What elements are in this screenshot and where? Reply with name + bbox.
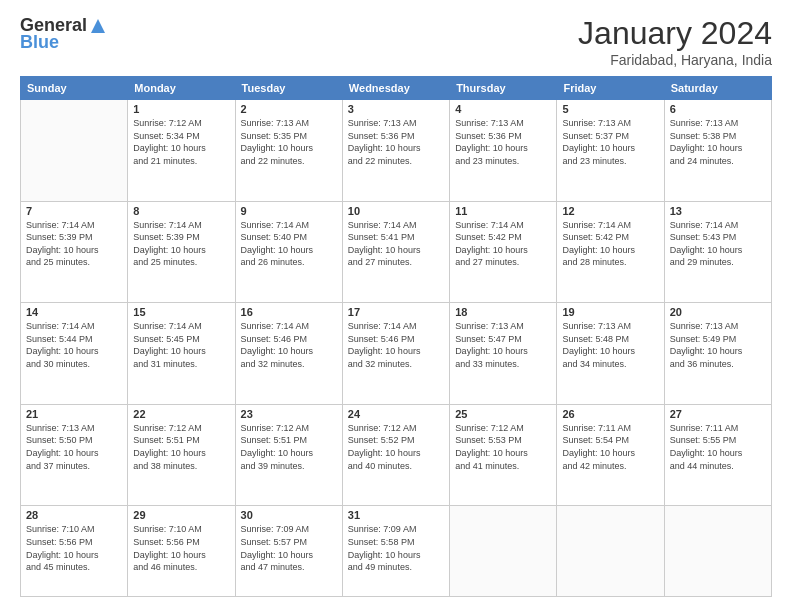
day-number: 24 [348, 408, 444, 420]
day-number: 26 [562, 408, 658, 420]
day-number: 25 [455, 408, 551, 420]
day-info: Sunrise: 7:14 AMSunset: 5:43 PMDaylight:… [670, 219, 766, 269]
sunrise-text: Sunrise: 7:12 AM [133, 423, 202, 433]
daylight-text-cont: and 30 minutes. [26, 359, 90, 369]
day-info: Sunrise: 7:10 AMSunset: 5:56 PMDaylight:… [26, 523, 122, 573]
daylight-text-cont: and 37 minutes. [26, 461, 90, 471]
header-wednesday: Wednesday [342, 77, 449, 100]
table-row: 4Sunrise: 7:13 AMSunset: 5:36 PMDaylight… [450, 100, 557, 202]
sunset-text: Sunset: 5:34 PM [133, 131, 200, 141]
table-row: 15Sunrise: 7:14 AMSunset: 5:45 PMDayligh… [128, 303, 235, 405]
sunrise-text: Sunrise: 7:11 AM [562, 423, 631, 433]
sunset-text: Sunset: 5:48 PM [562, 334, 629, 344]
day-info: Sunrise: 7:13 AMSunset: 5:37 PMDaylight:… [562, 117, 658, 167]
logo: General Blue [20, 15, 107, 53]
table-row: 1Sunrise: 7:12 AMSunset: 5:34 PMDaylight… [128, 100, 235, 202]
sunrise-text: Sunrise: 7:12 AM [455, 423, 524, 433]
day-info: Sunrise: 7:13 AMSunset: 5:36 PMDaylight:… [348, 117, 444, 167]
day-info: Sunrise: 7:11 AMSunset: 5:54 PMDaylight:… [562, 422, 658, 472]
sunrise-text: Sunrise: 7:13 AM [348, 118, 417, 128]
sunset-text: Sunset: 5:35 PM [241, 131, 308, 141]
daylight-text: Daylight: 10 hours [562, 143, 635, 153]
day-info: Sunrise: 7:14 AMSunset: 5:45 PMDaylight:… [133, 320, 229, 370]
sunset-text: Sunset: 5:53 PM [455, 435, 522, 445]
table-row: 23Sunrise: 7:12 AMSunset: 5:51 PMDayligh… [235, 404, 342, 506]
daylight-text: Daylight: 10 hours [348, 245, 421, 255]
table-row: 27Sunrise: 7:11 AMSunset: 5:55 PMDayligh… [664, 404, 771, 506]
sunset-text: Sunset: 5:49 PM [670, 334, 737, 344]
daylight-text-cont: and 24 minutes. [670, 156, 734, 166]
daylight-text: Daylight: 10 hours [348, 143, 421, 153]
sunrise-text: Sunrise: 7:14 AM [26, 321, 95, 331]
daylight-text: Daylight: 10 hours [455, 245, 528, 255]
table-row: 17Sunrise: 7:14 AMSunset: 5:46 PMDayligh… [342, 303, 449, 405]
daylight-text-cont: and 47 minutes. [241, 562, 305, 572]
table-row: 22Sunrise: 7:12 AMSunset: 5:51 PMDayligh… [128, 404, 235, 506]
sunset-text: Sunset: 5:52 PM [348, 435, 415, 445]
table-row: 12Sunrise: 7:14 AMSunset: 5:42 PMDayligh… [557, 201, 664, 303]
day-info: Sunrise: 7:14 AMSunset: 5:42 PMDaylight:… [562, 219, 658, 269]
sunset-text: Sunset: 5:39 PM [26, 232, 93, 242]
daylight-text-cont: and 45 minutes. [26, 562, 90, 572]
sunset-text: Sunset: 5:37 PM [562, 131, 629, 141]
header-monday: Monday [128, 77, 235, 100]
day-info: Sunrise: 7:12 AMSunset: 5:51 PMDaylight:… [133, 422, 229, 472]
day-info: Sunrise: 7:13 AMSunset: 5:47 PMDaylight:… [455, 320, 551, 370]
day-info: Sunrise: 7:14 AMSunset: 5:40 PMDaylight:… [241, 219, 337, 269]
location: Faridabad, Haryana, India [578, 52, 772, 68]
sunrise-text: Sunrise: 7:14 AM [241, 321, 310, 331]
day-number: 10 [348, 205, 444, 217]
day-number: 19 [562, 306, 658, 318]
day-number: 13 [670, 205, 766, 217]
table-row: 29Sunrise: 7:10 AMSunset: 5:56 PMDayligh… [128, 506, 235, 597]
daylight-text: Daylight: 10 hours [26, 550, 99, 560]
daylight-text-cont: and 29 minutes. [670, 257, 734, 267]
table-row: 26Sunrise: 7:11 AMSunset: 5:54 PMDayligh… [557, 404, 664, 506]
table-row: 19Sunrise: 7:13 AMSunset: 5:48 PMDayligh… [557, 303, 664, 405]
sunrise-text: Sunrise: 7:13 AM [455, 321, 524, 331]
day-info: Sunrise: 7:14 AMSunset: 5:44 PMDaylight:… [26, 320, 122, 370]
day-info: Sunrise: 7:12 AMSunset: 5:52 PMDaylight:… [348, 422, 444, 472]
day-info: Sunrise: 7:13 AMSunset: 5:36 PMDaylight:… [455, 117, 551, 167]
day-info: Sunrise: 7:10 AMSunset: 5:56 PMDaylight:… [133, 523, 229, 573]
daylight-text-cont: and 32 minutes. [348, 359, 412, 369]
day-info: Sunrise: 7:11 AMSunset: 5:55 PMDaylight:… [670, 422, 766, 472]
sunset-text: Sunset: 5:44 PM [26, 334, 93, 344]
daylight-text-cont: and 21 minutes. [133, 156, 197, 166]
sunrise-text: Sunrise: 7:14 AM [133, 321, 202, 331]
daylight-text-cont: and 23 minutes. [455, 156, 519, 166]
table-row: 30Sunrise: 7:09 AMSunset: 5:57 PMDayligh… [235, 506, 342, 597]
table-row: 20Sunrise: 7:13 AMSunset: 5:49 PMDayligh… [664, 303, 771, 405]
daylight-text-cont: and 27 minutes. [348, 257, 412, 267]
day-info: Sunrise: 7:13 AMSunset: 5:50 PMDaylight:… [26, 422, 122, 472]
header-friday: Friday [557, 77, 664, 100]
table-row: 6Sunrise: 7:13 AMSunset: 5:38 PMDaylight… [664, 100, 771, 202]
day-number: 5 [562, 103, 658, 115]
daylight-text: Daylight: 10 hours [241, 448, 314, 458]
day-info: Sunrise: 7:14 AMSunset: 5:46 PMDaylight:… [348, 320, 444, 370]
day-info: Sunrise: 7:13 AMSunset: 5:49 PMDaylight:… [670, 320, 766, 370]
daylight-text-cont: and 32 minutes. [241, 359, 305, 369]
day-number: 28 [26, 509, 122, 521]
day-number: 27 [670, 408, 766, 420]
table-row [664, 506, 771, 597]
sunset-text: Sunset: 5:57 PM [241, 537, 308, 547]
table-row: 8Sunrise: 7:14 AMSunset: 5:39 PMDaylight… [128, 201, 235, 303]
day-info: Sunrise: 7:12 AMSunset: 5:51 PMDaylight:… [241, 422, 337, 472]
sunset-text: Sunset: 5:42 PM [455, 232, 522, 242]
day-info: Sunrise: 7:13 AMSunset: 5:48 PMDaylight:… [562, 320, 658, 370]
daylight-text: Daylight: 10 hours [562, 346, 635, 356]
day-info: Sunrise: 7:09 AMSunset: 5:57 PMDaylight:… [241, 523, 337, 573]
day-number: 17 [348, 306, 444, 318]
sunrise-text: Sunrise: 7:12 AM [241, 423, 310, 433]
daylight-text-cont: and 28 minutes. [562, 257, 626, 267]
daylight-text: Daylight: 10 hours [670, 245, 743, 255]
daylight-text: Daylight: 10 hours [562, 448, 635, 458]
sunset-text: Sunset: 5:54 PM [562, 435, 629, 445]
sunrise-text: Sunrise: 7:14 AM [26, 220, 95, 230]
daylight-text-cont: and 22 minutes. [241, 156, 305, 166]
sunset-text: Sunset: 5:46 PM [241, 334, 308, 344]
day-number: 6 [670, 103, 766, 115]
day-number: 29 [133, 509, 229, 521]
daylight-text: Daylight: 10 hours [133, 448, 206, 458]
